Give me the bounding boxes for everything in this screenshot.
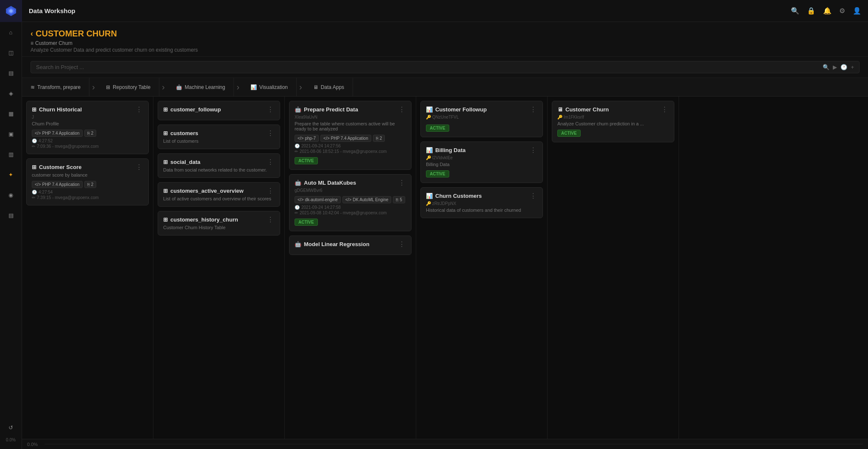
sidebar-item-users[interactable]: ◉	[0, 185, 22, 205]
active-badge: ACTIVE	[557, 130, 581, 137]
card-edit: ✏ 2021-09-08 10:42:04 - mvega@grupoenx.c…	[295, 211, 406, 215]
card-tags: </> PHP 7.4 Application ⎘ 2	[32, 181, 143, 188]
project-breadcrumb: ≡ Customer Churn	[31, 40, 860, 46]
card-more-button[interactable]: ⋮	[135, 164, 143, 171]
card-more-button[interactable]: ⋮	[529, 106, 537, 113]
card-datetime: 🕐 2021-09-24 14:27:56	[295, 144, 406, 148]
card-more-button[interactable]: ⋮	[398, 180, 406, 186]
sidebar-item-refresh[interactable]: ↺	[0, 417, 22, 438]
card-more-button[interactable]: ⋮	[135, 106, 143, 113]
search-icon[interactable]: 🔍	[791, 7, 799, 15]
sidebar-item-home[interactable]: ⌂	[0, 22, 22, 42]
project-description: Analyze Customer Data and predict custom…	[31, 47, 860, 53]
pencil-icon: ✏	[295, 149, 298, 154]
key-icon: 🔑	[426, 201, 431, 206]
tab-dataapps[interactable]: 🖥 Data Apps	[305, 78, 353, 96]
card-more-button[interactable]: ⋮	[529, 147, 537, 154]
search-add-icon[interactable]: +	[851, 64, 854, 70]
tab-repository[interactable]: ⊞ Repository Table	[97, 78, 159, 96]
card-header: ⊞ Churn Historical ⋮	[32, 106, 143, 113]
card-customer-followup[interactable]: ⊞ customer_followup ⋮	[158, 101, 280, 120]
copy-icon: ⎘	[376, 136, 378, 141]
breadcrumb-icon: ≡	[31, 40, 33, 46]
tag-dk: </> DK AutoML Engine	[342, 196, 392, 203]
tab-visualization[interactable]: 📊 Visualization	[242, 78, 297, 96]
lock-icon[interactable]: 🔒	[807, 7, 815, 15]
key-val: Im1FKksrIf	[564, 115, 584, 119]
sidebar-item-reports[interactable]: ▦	[0, 103, 22, 124]
card-churn-historical[interactable]: ⊞ Churn Historical ⋮ J Churn Profile </>…	[26, 101, 149, 154]
card-id: 🔑 Im1FKksrIf	[557, 115, 669, 119]
transform-icon: ≋	[31, 84, 35, 90]
card-billing-data[interactable]: 📊 Billing Data ⋮ 🔑 I2VIdvkIEe Billing Da…	[420, 141, 543, 183]
card-header: 📊 Customer Followup ⋮	[426, 106, 537, 113]
project-title: ‹ CUSTOMER CHURN	[31, 29, 860, 39]
card-customers-active[interactable]: ⊞ customers_active_overview ⋮ List of ac…	[158, 182, 280, 207]
card-customer-followup-viz[interactable]: 📊 Customer Followup ⋮ 🔑 QNzUneTFVL ACTIV…	[420, 101, 543, 137]
card-title: ⊞ customer_followup	[163, 106, 221, 113]
sidebar-item-pipelines[interactable]: ◈	[0, 83, 22, 103]
sidebar-item-storage[interactable]: ▤	[0, 63, 22, 83]
app-logo[interactable]	[0, 0, 22, 22]
card-customer-score[interactable]: ⊞ Customer Score ⋮ customer score by bal…	[26, 158, 149, 205]
card-header: ⊞ customers_history_churn ⋮	[163, 216, 275, 223]
card-churn-customers[interactable]: 📊 Churn Customers ⋮ 🔑 zRtrJDPpNX Histori…	[420, 187, 543, 218]
card-header: 📊 Churn Customers ⋮	[426, 193, 537, 200]
card-customer-churn-app[interactable]: 🖥 Customer Churn ⋮ 🔑 Im1FKksrIf Analyze …	[552, 101, 674, 142]
card-more-button[interactable]: ⋮	[266, 106, 275, 113]
code-icon: </>	[35, 131, 41, 136]
tag-label: dk-automl-engine	[305, 197, 337, 202]
ml-icon: 🤖	[176, 84, 182, 90]
sidebar-item-monitor[interactable]: ▣	[0, 124, 22, 144]
tab-transform[interactable]: ≋ Transform, prepare	[22, 78, 89, 96]
clock-icon: 🕐	[32, 190, 37, 194]
card-more-button[interactable]: ⋮	[266, 216, 275, 223]
tab-ml-label: Machine Learning	[185, 84, 225, 90]
sidebar-item-docs[interactable]: ▤	[0, 205, 22, 225]
back-button[interactable]: ‹	[31, 29, 33, 38]
ml-icon: 🤖	[295, 241, 301, 247]
card-more-button[interactable]: ⋮	[266, 188, 275, 194]
card-social-data[interactable]: ⊞ social_data ⋮ Data from social network…	[158, 153, 280, 178]
search-history-icon[interactable]: 🕐	[840, 64, 847, 70]
card-more-button[interactable]: ⋮	[266, 159, 275, 166]
search-input[interactable]	[36, 64, 819, 70]
tab-ml[interactable]: 🤖 Machine Learning	[167, 78, 234, 96]
search-container: 🔍 ▶ 🕐 +	[31, 61, 860, 73]
card-header: ⊞ Customer Score ⋮	[32, 164, 143, 171]
sidebar-item-magic[interactable]: ✦	[0, 164, 22, 185]
settings-icon[interactable]: ⚙	[839, 7, 845, 15]
search-play-icon[interactable]: ▶	[833, 64, 837, 70]
card-more-button[interactable]: ⋮	[529, 193, 537, 200]
sidebar-item-analytics[interactable]: ▥	[0, 144, 22, 164]
column-dataapps: 🖥 Customer Churn ⋮ 🔑 Im1FKksrIf Analyze …	[548, 97, 679, 439]
card-title: ⊞ customers_active_overview	[163, 188, 244, 194]
sidebar-item-dashboard[interactable]: ◫	[0, 42, 22, 63]
tab-sep-3: ›	[234, 82, 242, 92]
tab-app-label: Data Apps	[321, 84, 344, 90]
card-auto-ml[interactable]: 🤖 Auto ML DataKubes ⋮ gDGEMWBvr6 </> dk-…	[289, 174, 412, 231]
tag-label: PHP 7.4 Application	[331, 136, 368, 141]
tag-count: ⎘ 2	[84, 130, 97, 137]
search-submit-icon[interactable]: 🔍	[823, 64, 829, 70]
card-model-linear[interactable]: 🤖 Model Linear Regression ⋮	[289, 236, 412, 255]
copy-icon: ⎘	[87, 131, 90, 136]
card-customers[interactable]: ⊞ customers ⋮ List of customers	[158, 125, 280, 149]
viz-icon: 📊	[426, 193, 433, 199]
tag-label: PHP 7.4 Application	[42, 131, 79, 136]
card-more-button[interactable]: ⋮	[398, 241, 406, 248]
card-customers-history[interactable]: ⊞ customers_history_churn ⋮ Customer Chu…	[158, 211, 280, 236]
sidebar: ⌂ ◫ ▤ ◈ ▦ ▣ ▥ ✦ ◉ ▤ ↺ 0.0%	[0, 0, 22, 449]
card-more-button[interactable]: ⋮	[398, 106, 406, 113]
tag-php7: </> php-7	[295, 135, 319, 142]
card-name: Auto ML DataKubes	[304, 180, 356, 186]
user-menu-icon[interactable]: 👤	[853, 7, 861, 15]
table-icon: ⊞	[163, 188, 168, 194]
card-more-button[interactable]: ⋮	[266, 130, 275, 137]
card-more-button[interactable]: ⋮	[660, 106, 669, 113]
table-icon: ⊞	[163, 159, 168, 165]
code-icon: </>	[298, 197, 303, 202]
bell-icon[interactable]: 🔔	[823, 7, 832, 15]
card-prepare-predict[interactable]: 🤖 Prepare Predict Data ⋮ XIea9IaUvN Prep…	[289, 101, 412, 170]
datetime-val: 4:27:52	[39, 139, 53, 143]
